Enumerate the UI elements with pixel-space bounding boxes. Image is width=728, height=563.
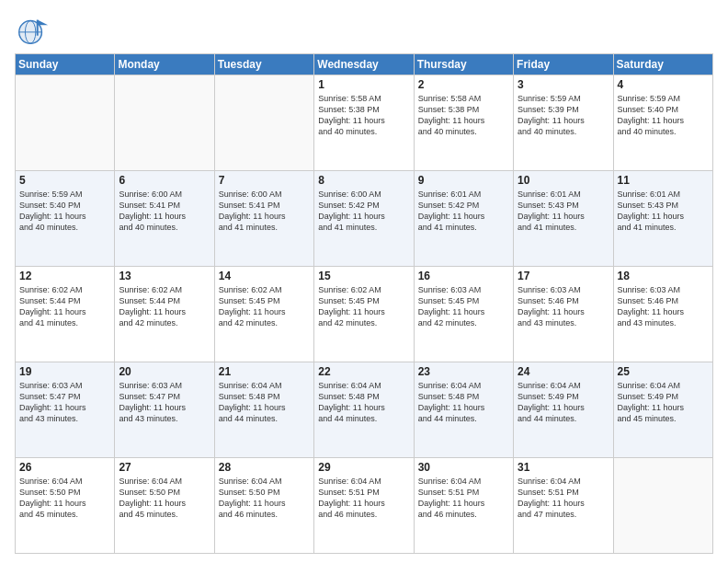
calendar-week-row: 26Sunrise: 6:04 AM Sunset: 5:50 PM Dayli… [16, 458, 713, 554]
day-number: 29 [318, 461, 409, 474]
day-number: 7 [219, 174, 310, 187]
weekday-header-saturday: Saturday [613, 54, 712, 75]
day-info: Sunrise: 6:04 AM Sunset: 5:51 PM Dayligh… [418, 476, 509, 521]
calendar-cell: 5Sunrise: 5:59 AM Sunset: 5:40 PM Daylig… [16, 171, 115, 267]
day-info: Sunrise: 6:04 AM Sunset: 5:48 PM Dayligh… [219, 380, 310, 425]
calendar-cell: 18Sunrise: 6:03 AM Sunset: 5:46 PM Dayli… [613, 267, 712, 362]
day-number: 17 [518, 270, 609, 282]
day-number: 3 [518, 78, 609, 91]
weekday-header-monday: Monday [115, 54, 214, 75]
day-number: 20 [119, 365, 210, 378]
calendar-cell: 12Sunrise: 6:02 AM Sunset: 5:44 PM Dayli… [16, 267, 115, 362]
day-number: 26 [19, 461, 110, 474]
calendar-cell: 21Sunrise: 6:04 AM Sunset: 5:48 PM Dayli… [214, 362, 313, 458]
day-number: 31 [518, 461, 609, 474]
calendar-cell [613, 458, 712, 554]
day-number: 9 [418, 174, 509, 187]
day-info: Sunrise: 6:01 AM Sunset: 5:42 PM Dayligh… [418, 189, 509, 234]
day-info: Sunrise: 6:02 AM Sunset: 5:44 PM Dayligh… [119, 284, 210, 329]
calendar-cell [214, 75, 313, 171]
calendar-thead: SundayMondayTuesdayWednesdayThursdayFrid… [16, 54, 713, 75]
calendar-week-row: 1Sunrise: 5:58 AM Sunset: 5:38 PM Daylig… [16, 75, 713, 171]
day-info: Sunrise: 5:59 AM Sunset: 5:39 PM Dayligh… [518, 93, 609, 138]
day-info: Sunrise: 6:04 AM Sunset: 5:48 PM Dayligh… [418, 380, 509, 425]
calendar-cell: 15Sunrise: 6:02 AM Sunset: 5:45 PM Dayli… [314, 267, 414, 362]
day-number: 18 [618, 270, 709, 282]
day-info: Sunrise: 6:03 AM Sunset: 5:46 PM Dayligh… [518, 284, 609, 329]
calendar-week-row: 5Sunrise: 5:59 AM Sunset: 5:40 PM Daylig… [16, 171, 713, 267]
day-info: Sunrise: 6:00 AM Sunset: 5:41 PM Dayligh… [119, 189, 210, 234]
calendar-week-row: 19Sunrise: 6:03 AM Sunset: 5:47 PM Dayli… [16, 362, 713, 458]
day-info: Sunrise: 6:03 AM Sunset: 5:47 PM Dayligh… [119, 380, 210, 425]
calendar-cell: 25Sunrise: 6:04 AM Sunset: 5:49 PM Dayli… [613, 362, 712, 458]
day-number: 22 [318, 365, 409, 378]
day-info: Sunrise: 6:01 AM Sunset: 5:43 PM Dayligh… [618, 189, 709, 234]
day-number: 30 [418, 461, 509, 474]
day-info: Sunrise: 5:59 AM Sunset: 5:40 PM Dayligh… [618, 93, 709, 138]
calendar-cell: 27Sunrise: 6:04 AM Sunset: 5:50 PM Dayli… [115, 458, 214, 554]
calendar-week-row: 12Sunrise: 6:02 AM Sunset: 5:44 PM Dayli… [16, 267, 713, 362]
weekday-header-friday: Friday [514, 54, 613, 75]
calendar-cell: 3Sunrise: 5:59 AM Sunset: 5:39 PM Daylig… [514, 75, 613, 171]
day-info: Sunrise: 6:04 AM Sunset: 5:48 PM Dayligh… [318, 380, 409, 425]
day-info: Sunrise: 6:03 AM Sunset: 5:46 PM Dayligh… [618, 284, 709, 329]
calendar-cell: 30Sunrise: 6:04 AM Sunset: 5:51 PM Dayli… [414, 458, 513, 554]
day-info: Sunrise: 6:00 AM Sunset: 5:41 PM Dayligh… [219, 189, 310, 234]
day-number: 5 [19, 174, 110, 187]
day-number: 28 [219, 461, 310, 474]
day-info: Sunrise: 6:03 AM Sunset: 5:47 PM Dayligh… [19, 380, 110, 425]
calendar-cell: 10Sunrise: 6:01 AM Sunset: 5:43 PM Dayli… [514, 171, 613, 267]
day-info: Sunrise: 6:02 AM Sunset: 5:45 PM Dayligh… [219, 284, 310, 329]
calendar-body: 1Sunrise: 5:58 AM Sunset: 5:38 PM Daylig… [16, 75, 713, 554]
day-info: Sunrise: 6:00 AM Sunset: 5:42 PM Dayligh… [318, 189, 409, 234]
day-number: 27 [119, 461, 210, 474]
logo-icon [15, 13, 50, 48]
calendar-cell [115, 75, 214, 171]
weekday-header-wednesday: Wednesday [314, 54, 414, 75]
day-info: Sunrise: 6:04 AM Sunset: 5:51 PM Dayligh… [318, 476, 409, 521]
calendar-cell: 13Sunrise: 6:02 AM Sunset: 5:44 PM Dayli… [115, 267, 214, 362]
calendar-cell: 2Sunrise: 5:58 AM Sunset: 5:38 PM Daylig… [414, 75, 513, 171]
calendar-cell: 23Sunrise: 6:04 AM Sunset: 5:48 PM Dayli… [414, 362, 513, 458]
day-number: 24 [518, 365, 609, 378]
calendar-cell [16, 75, 115, 171]
day-number: 25 [618, 365, 709, 378]
calendar-cell: 16Sunrise: 6:03 AM Sunset: 5:45 PM Dayli… [414, 267, 513, 362]
day-info: Sunrise: 6:02 AM Sunset: 5:44 PM Dayligh… [19, 284, 110, 329]
day-info: Sunrise: 6:04 AM Sunset: 5:50 PM Dayligh… [219, 476, 310, 521]
day-number: 1 [318, 78, 409, 91]
calendar-cell: 1Sunrise: 5:58 AM Sunset: 5:38 PM Daylig… [314, 75, 414, 171]
calendar-cell: 8Sunrise: 6:00 AM Sunset: 5:42 PM Daylig… [314, 171, 414, 267]
calendar-cell: 17Sunrise: 6:03 AM Sunset: 5:46 PM Dayli… [514, 267, 613, 362]
calendar-cell: 11Sunrise: 6:01 AM Sunset: 5:43 PM Dayli… [613, 171, 712, 267]
calendar-table: SundayMondayTuesdayWednesdayThursdayFrid… [15, 53, 713, 554]
day-number: 12 [19, 270, 110, 282]
day-number: 19 [19, 365, 110, 378]
calendar-header [15, 9, 713, 48]
day-number: 21 [219, 365, 310, 378]
day-number: 8 [318, 174, 409, 187]
day-number: 16 [418, 270, 509, 282]
svg-marker-4 [38, 20, 48, 26]
day-number: 11 [618, 174, 709, 187]
day-number: 15 [318, 270, 409, 282]
day-number: 2 [418, 78, 509, 91]
calendar-cell: 19Sunrise: 6:03 AM Sunset: 5:47 PM Dayli… [16, 362, 115, 458]
calendar-cell: 20Sunrise: 6:03 AM Sunset: 5:47 PM Dayli… [115, 362, 214, 458]
day-number: 4 [618, 78, 709, 91]
day-number: 13 [119, 270, 210, 282]
weekday-header-sunday: Sunday [16, 54, 115, 75]
day-info: Sunrise: 6:04 AM Sunset: 5:49 PM Dayligh… [518, 380, 609, 425]
calendar-cell: 31Sunrise: 6:04 AM Sunset: 5:51 PM Dayli… [514, 458, 613, 554]
calendar-cell: 4Sunrise: 5:59 AM Sunset: 5:40 PM Daylig… [613, 75, 712, 171]
day-info: Sunrise: 5:59 AM Sunset: 5:40 PM Dayligh… [19, 189, 110, 234]
calendar-cell: 7Sunrise: 6:00 AM Sunset: 5:41 PM Daylig… [214, 171, 313, 267]
day-info: Sunrise: 6:01 AM Sunset: 5:43 PM Dayligh… [518, 189, 609, 234]
weekday-header-tuesday: Tuesday [214, 54, 313, 75]
calendar-cell: 29Sunrise: 6:04 AM Sunset: 5:51 PM Dayli… [314, 458, 414, 554]
calendar-cell: 22Sunrise: 6:04 AM Sunset: 5:48 PM Dayli… [314, 362, 414, 458]
calendar-cell: 24Sunrise: 6:04 AM Sunset: 5:49 PM Dayli… [514, 362, 613, 458]
day-number: 23 [418, 365, 509, 378]
svg-rect-5 [37, 20, 39, 36]
day-info: Sunrise: 5:58 AM Sunset: 5:38 PM Dayligh… [318, 93, 409, 138]
